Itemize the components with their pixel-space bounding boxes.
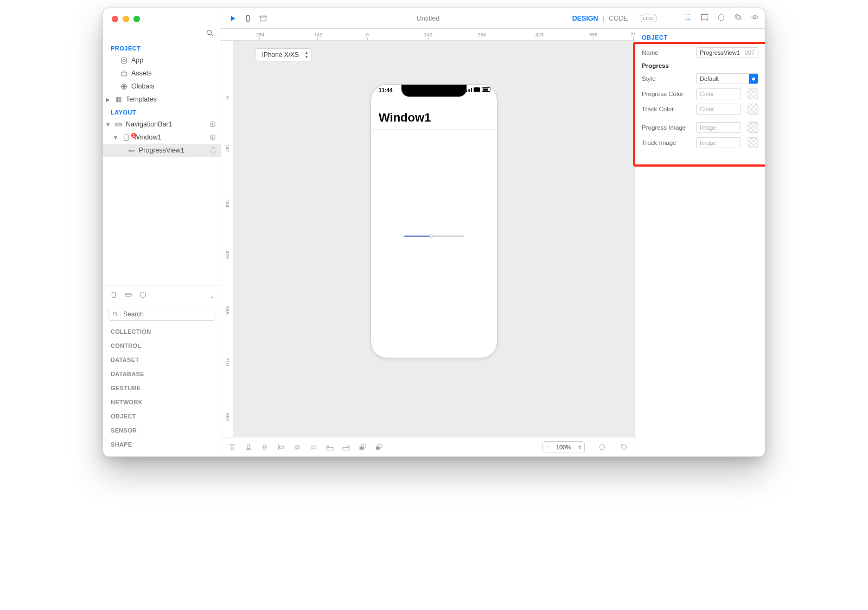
- svg-rect-22: [327, 447, 333, 450]
- svg-rect-21: [311, 446, 315, 448]
- inspector-tab-attributes[interactable]: [683, 12, 692, 24]
- globe-icon: [119, 82, 128, 91]
- document-title: Untitled: [417, 15, 439, 22]
- svg-point-30: [599, 444, 604, 449]
- right-inspector: LOG OBJECT Name ProgressView1 207 Progre…: [635, 8, 765, 456]
- window-controls: [112, 16, 140, 22]
- svg-rect-12: [125, 294, 131, 296]
- progress-color-field[interactable]: Color: [696, 88, 741, 99]
- zoom-value: 100%: [553, 444, 575, 450]
- library-category[interactable]: GESTURE: [103, 382, 221, 395]
- chevron-down-icon[interactable]: ▼: [113, 135, 118, 141]
- progress-image-field[interactable]: Image: [696, 122, 741, 133]
- search-icon: [112, 311, 119, 317]
- distribute-h-icon[interactable]: [326, 443, 334, 452]
- add-icon[interactable]: [209, 120, 216, 128]
- svg-rect-5: [115, 123, 121, 126]
- image-swatch[interactable]: [748, 137, 758, 148]
- library-tab-controls[interactable]: [124, 291, 132, 301]
- window-title: Window1: [379, 111, 431, 125]
- close-icon[interactable]: [112, 16, 118, 22]
- device-selector[interactable]: iPhone X/XS ▴▾: [255, 48, 311, 61]
- library-search[interactable]: [108, 308, 215, 321]
- mode-design[interactable]: DESIGN: [572, 15, 598, 22]
- battery-icon: [482, 87, 490, 92]
- fit-icon[interactable]: [598, 443, 607, 452]
- library-category[interactable]: CONTROL: [103, 339, 221, 352]
- library-category[interactable]: COLLECTION: [103, 325, 221, 338]
- mode-code[interactable]: CODE: [609, 15, 628, 22]
- track-color-field[interactable]: Color: [696, 104, 741, 115]
- inspector-tab-actions[interactable]: [733, 12, 743, 24]
- progress-view[interactable]: [404, 236, 464, 237]
- inspector-tab-geometry[interactable]: [700, 12, 709, 24]
- log-button[interactable]: LOG: [641, 15, 656, 22]
- align-vcenter-icon[interactable]: [260, 443, 269, 452]
- align-top-icon[interactable]: [228, 443, 237, 452]
- align-hcenter-icon[interactable]: [293, 443, 302, 452]
- inspector-body: OBJECT Name ProgressView1 207 Progress S…: [635, 29, 765, 150]
- device-button[interactable]: [243, 14, 253, 23]
- library-category[interactable]: DATABASE: [103, 367, 221, 380]
- style-select[interactable]: Default: [696, 73, 758, 84]
- tree-item-window[interactable]: ▼ 1 Window1: [103, 131, 221, 144]
- library-panel: ⌄ COLLECTION CONTROL DATASET DATABASE GE…: [103, 285, 221, 456]
- prop-progress-image: Progress Image Image: [635, 120, 765, 135]
- inspector-section-header: OBJECT: [635, 34, 765, 45]
- status-icons: [465, 87, 490, 92]
- overlap-front-icon[interactable]: [374, 443, 383, 452]
- overlap-back-icon[interactable]: [358, 443, 367, 452]
- image-swatch[interactable]: [748, 122, 758, 133]
- design-canvas[interactable]: iPhone X/XS ▴▾ 11:44 Window1: [233, 41, 635, 437]
- align-left-icon[interactable]: [277, 443, 285, 452]
- library-category[interactable]: SENSOR: [103, 424, 221, 437]
- zoom-icon[interactable]: [133, 16, 140, 22]
- archive-button[interactable]: [258, 14, 268, 23]
- chevron-right-icon[interactable]: ▶: [105, 97, 111, 103]
- align-bottom-icon[interactable]: [244, 443, 253, 452]
- library-category[interactable]: SHAPE: [103, 438, 221, 451]
- prop-progress-color: Progress Color Color: [635, 86, 765, 101]
- library-category[interactable]: DATASET: [103, 353, 221, 366]
- inspector-tab-code[interactable]: [750, 12, 760, 24]
- sidebar-search-button[interactable]: [103, 29, 221, 42]
- minimize-icon[interactable]: [123, 16, 129, 22]
- distribute-v-icon[interactable]: [342, 443, 350, 452]
- svg-rect-17: [247, 444, 250, 448]
- project-tree: App Assets Globals ▶ Templates: [103, 54, 221, 106]
- dropdown-icon: [749, 74, 758, 84]
- phone-mockup[interactable]: 11:44 Window1: [371, 84, 497, 358]
- library-category[interactable]: OBJECT: [103, 410, 221, 423]
- library-category[interactable]: NETWORK: [103, 396, 221, 409]
- layout-section-header: LAYOUT: [103, 106, 221, 118]
- library-tab-objects[interactable]: [139, 291, 147, 301]
- bottom-toolbar: − 100% +: [221, 437, 635, 456]
- color-swatch[interactable]: [748, 88, 758, 99]
- zoom-control: − 100% +: [542, 441, 585, 453]
- app-icon: [119, 56, 128, 65]
- zoom-in-button[interactable]: +: [575, 442, 584, 453]
- name-field[interactable]: ProgressView1 207: [696, 47, 758, 58]
- add-icon[interactable]: [209, 134, 216, 141]
- svg-rect-25: [347, 446, 349, 447]
- track-image-field[interactable]: Image: [696, 137, 741, 148]
- tree-item-progressview[interactable]: ProgressView1: [103, 144, 221, 157]
- tree-item-templates[interactable]: ▶ Templates: [103, 93, 221, 106]
- rotate-icon[interactable]: [620, 443, 628, 452]
- options-icon[interactable]: [210, 147, 216, 154]
- chevron-down-icon[interactable]: ▼: [105, 122, 111, 128]
- inspector-tab-appearance[interactable]: [717, 12, 726, 24]
- tree-item-globals[interactable]: Globals: [103, 80, 221, 93]
- zoom-out-button[interactable]: −: [543, 442, 553, 453]
- align-right-icon[interactable]: [309, 443, 318, 452]
- color-swatch[interactable]: [748, 104, 758, 115]
- signal-icon: [465, 87, 472, 92]
- library-search-input[interactable]: [122, 310, 212, 319]
- chevron-down-icon[interactable]: ⌄: [209, 293, 214, 300]
- tree-item-navbar[interactable]: ▼ NavigationBar1: [103, 118, 221, 131]
- svg-point-2: [123, 59, 125, 62]
- tree-item-assets[interactable]: Assets: [103, 67, 221, 80]
- tree-item-app[interactable]: App: [103, 54, 221, 67]
- run-button[interactable]: [228, 14, 238, 23]
- library-tab-device[interactable]: [110, 291, 118, 301]
